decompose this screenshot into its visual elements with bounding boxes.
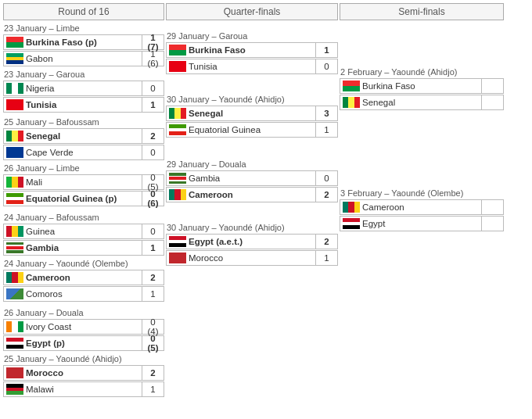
team-flag [6, 83, 23, 94]
team-row: Guinea0 [3, 224, 164, 239]
match-block: 23 January – GarouaNigeria0Tunisia1 [3, 70, 164, 113]
team-score [481, 217, 503, 231]
r16-header: Round of 16 [3, 3, 164, 20]
team-name: Senegal [362, 98, 481, 107]
team-row: Mali0 (5) [3, 174, 164, 190]
team-name: Senegal [189, 109, 315, 118]
team-score: 1 (6) [142, 52, 164, 66]
team-score: 1 [142, 287, 164, 301]
team-row: Malawi1 [3, 381, 164, 397]
sf-header: Semi-finals [340, 3, 504, 20]
match-block: 29 January – GarouaBurkina Faso1Tunisia0 [166, 31, 338, 74]
team-flag [6, 272, 23, 283]
team-row: Ivory Coast0 (4) [3, 319, 164, 335]
team-flag [169, 252, 186, 263]
match-block: 3 February – Yaoundé (Olembe)CameroonEgy… [340, 188, 504, 231]
match-block: 24 January – BafoussamGuinea0Gambia1 [3, 213, 164, 256]
team-name: Tunisia [26, 100, 142, 109]
team-score: 1 [142, 382, 164, 396]
team-row: Egypt (p)0 (5) [3, 335, 164, 351]
team-score: 2 [315, 235, 337, 249]
team-score: 3 [315, 106, 337, 120]
team-row: Morocco2 [3, 365, 164, 381]
team-row: Burkina Faso (p)1 (7) [3, 34, 164, 50]
match-block: 26 January – LimbeMali0 (5)Equatorial Gu… [3, 163, 164, 206]
team-name: Tunisia [189, 62, 315, 71]
match-block: 26 January – DoualaIvory Coast0 (4)Egypt… [3, 308, 164, 351]
match-block: 30 January – Yaoundé (Ahidjo)Egypt (a.e.… [166, 223, 338, 266]
team-row: Morocco1 [166, 250, 338, 266]
match-block: 25 January – BafoussamSenegal2Cape Verde… [3, 117, 164, 160]
match-date: 2 February – Yaoundé (Ahidjo) [340, 67, 504, 77]
team-score: 1 [315, 251, 337, 265]
team-flag [169, 61, 186, 72]
team-name: Cameroon [362, 202, 481, 212]
quarter-finals: Quarter-finals 29 January – GarouaBurkin… [166, 3, 338, 400]
match-date: 24 January – Yaoundé (Olembe) [3, 259, 164, 268]
match-block: 30 January – Yaoundé (Ahidjo)Senegal3Equ… [166, 95, 338, 138]
team-row: Burkina Faso1 [166, 42, 338, 58]
team-score: 2 [142, 366, 164, 380]
team-row: Nigeria0 [3, 81, 164, 96]
team-flag [343, 218, 360, 229]
match-date: 26 January – Limbe [3, 163, 164, 173]
team-row: Gambia0 [166, 170, 338, 186]
team-row: Cape Verde0 [3, 145, 164, 160]
team-flag [169, 173, 186, 184]
team-flag [6, 226, 23, 237]
team-flag [6, 37, 23, 48]
team-flag [6, 338, 23, 349]
team-score: 1 [315, 123, 337, 137]
team-score: 1 [142, 241, 164, 255]
team-row: Gambia1 [3, 240, 164, 256]
sf-matches: 2 February – Yaoundé (Ahidjo)Burkina Fas… [340, 67, 504, 231]
team-row: Equatorial Guinea (p)0 (6) [3, 191, 164, 206]
team-score: 0 [142, 224, 164, 238]
team-name: Burkina Faso [362, 81, 481, 91]
team-row: Cameroon [340, 199, 504, 215]
team-score: 2 [315, 188, 337, 202]
match-block: 29 January – DoualaGambia0Cameroon2 [166, 159, 338, 202]
team-score: 2 [142, 270, 164, 285]
team-name: Egypt [362, 219, 481, 228]
team-score: 0 (6) [142, 192, 164, 206]
team-flag [169, 45, 186, 56]
team-name: Ivory Coast [26, 322, 142, 331]
team-flag [169, 189, 186, 200]
match-block: 24 January – Yaoundé (Olembe)Cameroon2Co… [3, 259, 164, 302]
r16-matches: 23 January – LimbeBurkina Faso (p)1 (7)G… [3, 23, 164, 397]
team-flag [6, 384, 23, 395]
match-date: 24 January – Bafoussam [3, 213, 164, 222]
match-date: 25 January – Yaoundé (Ahidjo) [3, 354, 164, 363]
team-name: Senegal [26, 131, 142, 141]
team-flag [343, 97, 360, 108]
team-name: Egypt (p) [26, 338, 142, 348]
match-date: 23 January – Garoua [3, 70, 164, 79]
team-name: Guinea [26, 227, 142, 236]
team-score: 0 [142, 145, 164, 159]
team-flag [343, 81, 360, 91]
team-name: Gambia [189, 174, 315, 183]
team-row: Senegal3 [166, 106, 338, 121]
team-name: Burkina Faso [189, 45, 315, 55]
team-name: Nigeria [26, 84, 142, 93]
team-name: Comoros [26, 289, 142, 299]
round-of-16: Round of 16 23 January – LimbeBurkina Fa… [3, 3, 164, 400]
match-date: 30 January – Yaoundé (Ahidjo) [166, 95, 338, 104]
team-name: Malawi [26, 385, 142, 394]
match-date: 23 January – Limbe [3, 23, 164, 33]
team-score: 2 [142, 129, 164, 143]
team-flag [6, 53, 23, 64]
team-row: Gabon1 (6) [3, 51, 164, 66]
team-flag [6, 177, 23, 188]
team-row: Egypt (a.e.t.)2 [166, 234, 338, 249]
team-flag [6, 147, 23, 158]
team-score: 0 (5) [142, 175, 164, 189]
team-name: Equatorial Guinea (p) [26, 194, 142, 203]
qf-header: Quarter-finals [166, 3, 338, 20]
team-score [481, 95, 503, 109]
team-row: Tunisia0 [166, 59, 338, 74]
match-date: 3 February – Yaoundé (Olembe) [340, 188, 504, 198]
team-score [481, 200, 503, 214]
team-score: 0 (5) [142, 336, 164, 350]
